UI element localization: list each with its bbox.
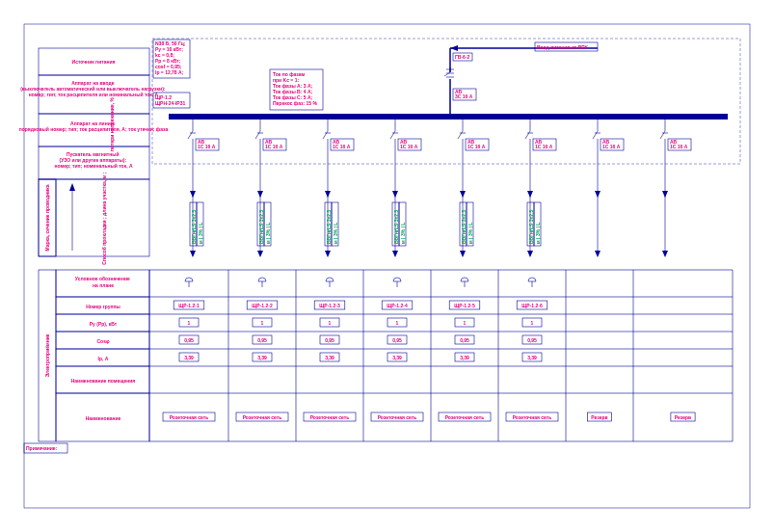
svg-marker-75: [257, 251, 263, 257]
row4-label: Пускатель магнитный (УЗО или другие аппа…: [54, 151, 132, 169]
svg-text:ВВГнгLS 3х2,5: ВВГнгLS 3х2,5: [461, 209, 467, 244]
svg-text:м | 3% | L: м | 3% | L: [535, 223, 541, 244]
row1-label: Источник питания: [72, 59, 116, 65]
svg-marker-89: [325, 191, 331, 198]
svg-text:Розеточная сеть: Розеточная сеть: [170, 414, 209, 420]
svg-text:ВВГнгLS 3х2,5: ВВГнгLS 3х2,5: [326, 209, 332, 244]
svg-marker-101: [392, 251, 398, 257]
input-power-block: N38 В, 50 Гц; Pу = 10 кВт; kс = 0,8; Pр …: [153, 40, 190, 78]
svg-text:1: 1: [464, 320, 467, 326]
svg-text:3,39: 3,39: [527, 355, 537, 360]
svg-text:Iр = 12,78 А;: Iр = 12,78 А;: [155, 69, 184, 75]
svg-text:0,95: 0,95: [257, 337, 267, 343]
svg-text:Наименование помещения: Наименование помещения: [71, 378, 136, 384]
svg-text:3,39: 3,39: [325, 355, 334, 360]
row3-label: Аппарат на линии: порядковый номер; тип;…: [19, 120, 169, 132]
row5a-label: Марка, сечение проводника: [44, 184, 50, 251]
svg-text:м | 3% | L: м | 3% | L: [400, 223, 406, 244]
svg-text:Розеточная сеть: Розеточная сеть: [378, 414, 417, 420]
svg-line-49: [444, 72, 450, 76]
svg-text:1С 16 А: 1С 16 А: [535, 144, 553, 149]
svg-text:0,95: 0,95: [325, 337, 334, 343]
svg-text:ЩР-1.2-6: ЩР-1.2-6: [521, 303, 543, 308]
svg-text:3,39: 3,39: [460, 355, 469, 360]
svg-line-111: [458, 131, 463, 139]
svg-line-124: [525, 131, 530, 139]
svg-text:м | 3% | L: м | 3% | L: [265, 223, 271, 244]
svg-text:ВВГнгLS 3х2,5: ВВГнгLS 3х2,5: [393, 209, 399, 244]
svg-text:0,95: 0,95: [184, 337, 194, 343]
svg-rect-4: [39, 179, 149, 256]
svg-text:Электроприёмник: Электроприёмник: [44, 333, 50, 377]
svg-text:ВВГнгLS 3х2,5: ВВГнгLS 3х2,5: [191, 209, 197, 244]
svg-text:Iр, А: Iр, А: [98, 356, 109, 361]
svg-text:м | 3% | L: м | 3% | L: [467, 223, 473, 244]
svg-text:Розеточная сеть: Розеточная сеть: [310, 414, 350, 420]
svg-text:ЩР-1.2-2: ЩР-1.2-2: [252, 303, 273, 308]
left-header: Источник питания Аппарат на вводе (выклю…: [19, 48, 169, 265]
svg-text:0,95: 0,95: [460, 337, 469, 343]
panel-boundary: [152, 39, 740, 164]
svg-marker-140: [595, 251, 601, 257]
electrical-single-line-diagram: Источник питания Аппарат на вводе (выклю…: [0, 0, 774, 532]
svg-marker-63: [190, 191, 196, 198]
svg-line-98: [390, 131, 395, 139]
svg-text:Cosφ: Cosφ: [96, 338, 109, 344]
table-left-headers: Электроприёмник Условное обозначение на …: [39, 270, 149, 441]
svg-marker-76: [257, 191, 263, 198]
svg-marker-43: [450, 45, 458, 51]
svg-line-146: [660, 131, 665, 139]
svg-text:Наименование: Наименование: [86, 415, 121, 421]
svg-marker-115: [460, 191, 466, 198]
row2-label: Аппарат на вводе (выключатель автоматиче…: [20, 80, 167, 97]
svg-text:Розеточная сеть: Розеточная сеть: [445, 414, 485, 420]
svg-text:ЩР-1.2-3: ЩР-1.2-3: [319, 303, 340, 308]
svg-text:ЩР-1.2-4: ЩР-1.2-4: [387, 303, 408, 308]
svg-marker-150: [662, 191, 668, 198]
svg-text:Ввод питания от ВРУ: Ввод питания от ВРУ: [537, 44, 589, 50]
svg-marker-102: [392, 191, 398, 198]
svg-marker-128: [527, 191, 533, 198]
data-table: ЩР-1.2-1ЩР-1.2-2ЩР-1.2-3ЩР-1.2-4ЩР-1.2-5…: [149, 270, 733, 441]
svg-text:1С 16 А: 1С 16 А: [400, 144, 418, 149]
svg-marker-127: [527, 251, 533, 257]
svg-text:1С 16 А: 1С 16 А: [467, 144, 486, 149]
svg-text:ЩР-1.2-1: ЩР-1.2-1: [178, 303, 200, 308]
main-busbar: [169, 114, 728, 120]
outgoing-circuits: АВ1С 16 АВВГнгLS 3х2,5м | 3% | LАВ1С 16 …: [188, 120, 691, 257]
svg-marker-88: [325, 251, 331, 257]
svg-text:Номер группы: Номер группы: [86, 304, 120, 309]
svg-text:ЩРН-24-IP31: ЩРН-24-IP31: [155, 100, 185, 106]
svg-text:ВВГнгLS 3х2,5: ВВГнгLS 3х2,5: [528, 209, 534, 244]
svg-line-59: [188, 131, 193, 139]
svg-line-72: [255, 131, 260, 139]
svg-text:Резерв: Резерв: [591, 414, 607, 420]
svg-marker-114: [460, 251, 466, 257]
svg-text:3,39: 3,39: [184, 355, 194, 360]
svg-text:1С 16 А: 1С 16 А: [265, 144, 283, 149]
svg-text:Резерв: Резерв: [675, 414, 691, 420]
svg-text:1: 1: [531, 320, 534, 326]
svg-text:1С 16 А: 1С 16 А: [670, 144, 688, 149]
svg-marker-8: [69, 183, 75, 191]
svg-text:0,95: 0,95: [527, 337, 537, 343]
svg-text:1: 1: [329, 320, 332, 326]
svg-text:Ру (Рр), кВт: Ру (Рр), кВт: [90, 321, 118, 327]
svg-text:ЩР-1.2-5: ЩР-1.2-5: [454, 303, 475, 308]
svg-text:1С 16 А: 1С 16 А: [602, 144, 621, 149]
svg-text:Условное обозначение
      на : Условное обозначение на плане: [75, 276, 131, 288]
svg-marker-62: [190, 251, 196, 257]
svg-text:3С 16 А: 3С 16 А: [455, 93, 473, 99]
svg-marker-141: [595, 191, 601, 198]
svg-text:0,95: 0,95: [392, 337, 402, 343]
svg-text:1: 1: [396, 320, 399, 326]
svg-text:3,39: 3,39: [392, 355, 402, 360]
svg-marker-149: [662, 251, 668, 257]
svg-text:ГВ-6-2: ГВ-6-2: [455, 54, 470, 60]
svg-text:м | 3% | L: м | 3% | L: [198, 223, 203, 244]
svg-text:Перекос фаз: 15 %: Перекос фаз: 15 %: [273, 100, 318, 106]
input-device-block: ЩР-1.2 ЩРН-24-IP31: [153, 93, 190, 108]
svg-text:1С 16 А: 1С 16 А: [198, 144, 216, 149]
svg-text:3,39: 3,39: [257, 355, 267, 360]
phase-current-block: Ток по фазам при Kc = 1: Ток фазы А: 3 А…: [270, 69, 323, 110]
